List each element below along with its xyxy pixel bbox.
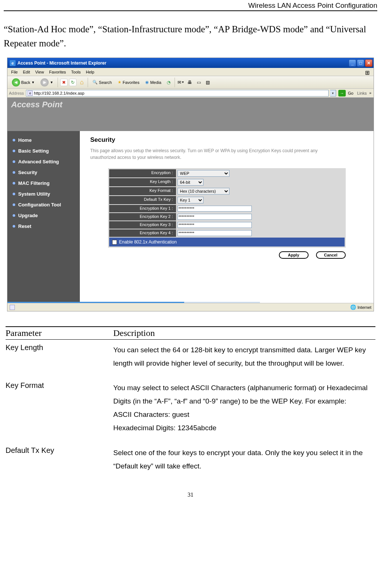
windows-flag-icon: ⊞ (363, 69, 372, 77)
param-desc-key-length: You can select the 64 or 128-bit key to … (113, 343, 375, 370)
table-row: Key Format You may select to select ASCI… (6, 378, 375, 442)
key1-label: Encryption Key 1 : (109, 205, 176, 212)
nav-reset[interactable]: Reset (7, 221, 80, 232)
print-button[interactable]: 🖶 (186, 79, 193, 86)
nav-basic-setting[interactable]: Basic Setting (7, 146, 80, 156)
media-icon: ◉ (145, 80, 149, 85)
window-titlebar: e Access Point - Microsoft Internet Expl… (7, 58, 374, 68)
history-button[interactable]: ◔ (165, 79, 172, 86)
sidebar-nav: Home Basic Setting Advanced Setting Secu… (7, 131, 80, 302)
menu-help[interactable]: Help (84, 69, 97, 75)
status-zone-text: Internet (358, 305, 371, 310)
status-bar: 🌐 Internet (7, 303, 374, 311)
key2-input[interactable] (178, 214, 252, 220)
mail-button[interactable]: ✉▼ (177, 79, 185, 86)
security-form: Encryption : WEP Key Length : 64-bit Key… (108, 168, 346, 248)
keyformat-select[interactable]: Hex (10 characters) (178, 188, 229, 195)
home-button[interactable]: ⌂ (78, 79, 85, 86)
go-label: Go (348, 91, 354, 95)
go-button[interactable]: → (338, 90, 346, 97)
search-button[interactable]: 🔍 Search (90, 79, 114, 86)
nav-advanced-setting[interactable]: Advanced Setting (7, 156, 80, 167)
star-icon: ★ (118, 80, 121, 85)
close-button[interactable]: ✕ (365, 59, 372, 67)
keylength-label: Key Length : (109, 178, 176, 186)
status-page-icon (10, 305, 15, 310)
minimize-button[interactable]: _ (349, 59, 356, 67)
discuss-button[interactable]: ▧ (204, 79, 211, 86)
page-banner: Access Point (7, 98, 374, 131)
forward-arrow-icon: ► (40, 78, 49, 86)
menu-favorites[interactable]: Favorites (47, 69, 68, 75)
links-chevron-icon[interactable]: » (369, 91, 371, 95)
page-icon: e (27, 91, 33, 96)
defaulttx-select[interactable]: Key 1 (178, 197, 203, 203)
content-area: Security This page allows you setup the … (80, 131, 374, 302)
keyformat-label: Key Format : (109, 187, 176, 195)
table-row: Key Length You can select the 64 or 128-… (6, 340, 375, 378)
encryption-select[interactable]: WEP (178, 170, 229, 177)
key3-input[interactable] (178, 222, 252, 228)
internet-zone-icon: 🌐 (350, 304, 356, 310)
encryption-label: Encryption : (109, 169, 176, 177)
address-dropdown[interactable]: ▾ (330, 90, 336, 97)
edit-button[interactable]: ▭ (195, 79, 202, 86)
menu-view[interactable]: View (33, 69, 46, 75)
banner-title: Access Point (7, 98, 374, 112)
links-label[interactable]: Links (357, 91, 367, 95)
nav-system-utility[interactable]: System Utility (7, 189, 80, 199)
forward-button[interactable]: ► ▼ (38, 77, 55, 88)
address-label: Address (9, 91, 24, 95)
ie-screenshot: e Access Point - Microsoft Internet Expl… (7, 58, 374, 311)
page-number: 31 (4, 491, 377, 498)
auth-row: Enable 802.1x Authentication (109, 238, 345, 246)
back-button[interactable]: ◄ Back ▼ (10, 77, 37, 88)
nav-mac-filtering[interactable]: MAC Filtering (7, 178, 80, 189)
menu-bar: File Edit View Favorites Tools Help ⊞ (7, 68, 374, 76)
defaulttx-label: Default Tx Key : (109, 196, 176, 204)
keylength-select[interactable]: 64-bit (178, 179, 203, 186)
param-name-default-tx-key: Default Tx Key (6, 446, 113, 473)
key4-input[interactable] (178, 230, 252, 236)
param-desc-key-format: You may select to select ASCII Character… (113, 381, 375, 435)
auth-label: Enable 802.1x Authentication (119, 239, 177, 245)
parameter-header: Parameter (6, 328, 113, 338)
security-heading: Security (90, 136, 363, 144)
nav-home[interactable]: Home (7, 135, 80, 146)
security-description: This page allows you setup the wireless … (90, 147, 328, 161)
window-title-text: Access Point - Microsoft Internet Explor… (17, 61, 106, 66)
nav-upgrade[interactable]: Upgrade (7, 210, 80, 221)
key3-label: Encryption Key 3 : (109, 221, 176, 229)
ie-icon: e (10, 60, 16, 66)
nav-security[interactable]: Security (7, 167, 80, 178)
address-input[interactable]: e http://192.168.2.1/index.asp (26, 90, 329, 97)
param-desc-default-tx-key: Select one of the four keys to encrypt y… (113, 446, 375, 473)
media-button[interactable]: ◉ Media (143, 79, 163, 86)
progress-bar (7, 302, 260, 303)
address-url: http://192.168.2.1/index.asp (34, 91, 84, 95)
page-header-title: Wireless LAN Access Point Configuration (4, 0, 377, 11)
menu-file[interactable]: File (9, 69, 20, 75)
refresh-button[interactable]: ↻ (69, 79, 76, 86)
key2-label: Encryption Key 2 : (109, 213, 176, 220)
key1-input[interactable] (178, 206, 252, 212)
parameter-table: Parameter Description Key Length You can… (6, 326, 375, 480)
param-name-key-format: Key Format (6, 381, 113, 435)
intro-paragraph: “Station-Ad Hoc mode”, “Station-Infrastr… (4, 22, 377, 50)
menu-tools[interactable]: Tools (69, 69, 83, 75)
maximize-button[interactable]: □ (357, 59, 364, 67)
param-name-key-length: Key Length (6, 343, 113, 370)
apply-button[interactable]: Apply (279, 251, 309, 259)
nav-configuration-tool[interactable]: Configuration Tool (7, 199, 80, 210)
cancel-button[interactable]: Cancel (316, 251, 346, 259)
stop-button[interactable]: ✖ (60, 79, 68, 86)
table-row: Default Tx Key Select one of the four ke… (6, 442, 375, 480)
search-icon: 🔍 (92, 80, 98, 85)
address-bar: Address e http://192.168.2.1/index.asp ▾… (7, 89, 374, 98)
browser-toolbar: ◄ Back ▼ ► ▼ ✖ ↻ ⌂ 🔍 Search ★ Favorites … (7, 76, 374, 89)
menu-edit[interactable]: Edit (21, 69, 32, 75)
auth-checkbox[interactable] (112, 240, 117, 245)
key4-label: Encryption Key 4 : (109, 229, 176, 237)
back-arrow-icon: ◄ (12, 78, 20, 86)
favorites-button[interactable]: ★ Favorites (115, 79, 141, 86)
